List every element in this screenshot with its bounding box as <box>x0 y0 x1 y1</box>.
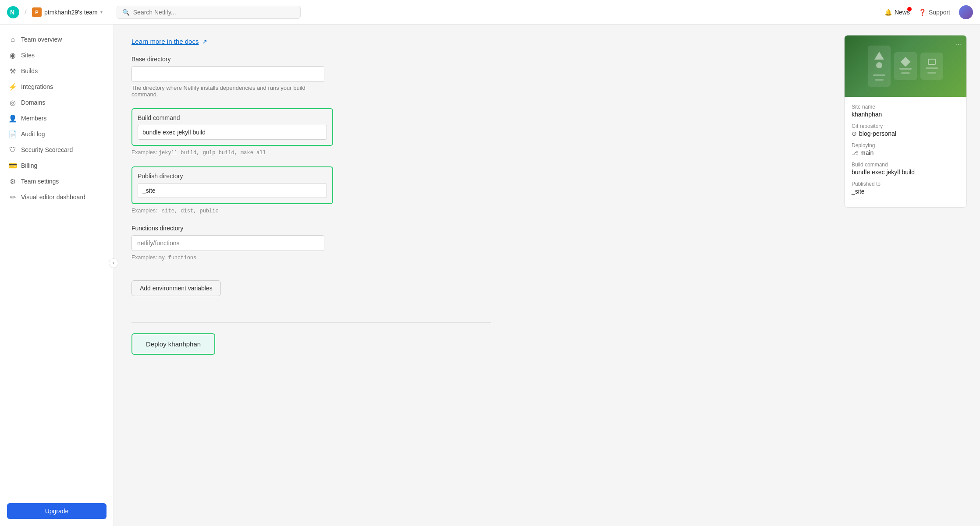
deploying-label: Deploying <box>852 142 959 148</box>
more-options-icon: ⋯ <box>955 40 962 48</box>
line6 <box>927 72 936 74</box>
build-command-section: Build command Examples: jekyll build, gu… <box>131 108 491 156</box>
sidebar-item-team-overview[interactable]: ⌂ Team overview <box>0 32 114 47</box>
home-icon: ⌂ <box>9 35 17 43</box>
build-command-hint-prefix: Examples: <box>131 149 157 155</box>
line2 <box>875 79 884 81</box>
sidebar-item-team-settings[interactable]: ⚙ Team settings <box>0 173 114 189</box>
sidebar-label-domains: Domains <box>21 99 45 106</box>
hammer-icon: ⚒ <box>9 67 17 75</box>
audit-icon: 📄 <box>9 130 17 138</box>
learn-more-link[interactable]: Learn more in the docs <box>131 38 199 45</box>
base-directory-input[interactable] <box>131 66 324 82</box>
build-command-row: Build command bundle exec jekyll build <box>852 162 959 176</box>
search-bar: 🔍 <box>117 6 301 19</box>
publish-directory-section: Publish directory Examples: _site, dist,… <box>131 166 491 214</box>
build-command-info-value: bundle exec jekyll build <box>852 169 959 176</box>
build-command-hint-examples: jekyll build, gulp build, make all <box>159 150 266 156</box>
sidebar: ⌂ Team overview ◉ Sites ⚒ Builds ⚡ Integ… <box>0 25 114 526</box>
site-name-value: khanhphan <box>852 111 959 118</box>
sidebar-label-members: Members <box>21 115 46 122</box>
sidebar-collapse-button[interactable]: ‹ <box>109 258 118 268</box>
published-to-value: _site <box>852 188 959 195</box>
sidebar-item-security-scorecard[interactable]: 🛡 Security Scorecard <box>0 142 114 158</box>
build-command-info-label: Build command <box>852 162 959 168</box>
publish-directory-input[interactable] <box>138 183 327 198</box>
sidebar-item-domains[interactable]: ◎ Domains <box>0 95 114 110</box>
build-command-hint: Examples: jekyll build, gulp build, make… <box>131 149 491 156</box>
line5 <box>926 67 938 69</box>
members-icon: 👤 <box>9 114 17 122</box>
chevron-down-icon: ▾ <box>100 10 103 14</box>
navbar: N / P ptmkhanh29's team ▾ 🔍 🔔 News ❓ Sup… <box>0 0 980 25</box>
sidebar-label-team-settings: Team settings <box>21 178 59 185</box>
git-repo-value: ⊙ blog-personal <box>852 130 959 137</box>
line4 <box>901 72 910 74</box>
nav-slash: / <box>25 7 27 17</box>
page-layout: ⌂ Team overview ◉ Sites ⚒ Builds ⚡ Integ… <box>0 25 980 526</box>
bell-icon: 🔔 <box>884 9 892 16</box>
bolt-icon: ⚡ <box>9 83 17 91</box>
git-repo-row: Git repository ⊙ blog-personal <box>852 123 959 137</box>
functions-hint-examples: my_functions <box>159 255 196 261</box>
git-repo-label: Git repository <box>852 123 959 129</box>
netlify-logo-icon: N <box>7 6 19 18</box>
site-info-panel: ⋯ Site name khanhphan Git repository ⊙ b… <box>844 35 967 208</box>
build-command-box: Build command <box>131 108 333 146</box>
pencil-icon: ✏ <box>9 193 17 201</box>
functions-directory-input[interactable] <box>131 235 324 251</box>
circle-shape <box>876 62 882 68</box>
sidebar-label-security-scorecard: Security Scorecard <box>21 146 73 153</box>
sidebar-label-integrations: Integrations <box>21 83 53 90</box>
user-avatar[interactable] <box>959 5 973 19</box>
base-directory-section: Base directory The directory where Netli… <box>131 56 491 98</box>
sidebar-item-sites[interactable]: ◉ Sites <box>0 47 114 63</box>
site-card-image: ⋯ <box>845 35 966 97</box>
upgrade-button[interactable]: Upgrade <box>7 503 107 519</box>
support-label: Support <box>929 9 950 16</box>
domain-icon: ◎ <box>9 99 17 106</box>
site-card: ⋯ Site name khanhphan Git repository ⊙ b… <box>844 35 967 208</box>
link-arrow-icon: ↗ <box>202 38 207 45</box>
team-badge: P <box>32 7 42 17</box>
news-badge <box>907 7 912 11</box>
sidebar-label-team-overview: Team overview <box>21 36 62 43</box>
sidebar-label-sites: Sites <box>21 52 35 59</box>
navbar-logo: N <box>7 6 19 18</box>
build-command-label: Build command <box>138 114 327 121</box>
svg-text:N: N <box>10 9 14 16</box>
publish-directory-hint: Examples: _site, dist, public <box>131 208 491 214</box>
deploy-button-wrapper: Deploy khanhphan <box>131 333 215 355</box>
deploy-button[interactable]: Deploy khanhphan <box>134 335 213 353</box>
sidebar-label-builds: Builds <box>21 67 38 74</box>
site-card-body: Site name khanhphan Git repository ⊙ blo… <box>845 97 966 207</box>
base-directory-hint: The directory where Netlify installs dep… <box>131 85 324 98</box>
sidebar-item-integrations[interactable]: ⚡ Integrations <box>0 79 114 95</box>
diamond-shape <box>901 57 911 67</box>
sidebar-item-builds[interactable]: ⚒ Builds <box>0 63 114 79</box>
build-command-input[interactable] <box>138 125 327 140</box>
sidebar-label-audit-log: Audit log <box>21 131 45 138</box>
news-button[interactable]: 🔔 News <box>884 9 910 16</box>
publish-directory-label: Publish directory <box>138 173 327 180</box>
add-env-variables-button[interactable]: Add environment variables <box>131 280 221 296</box>
search-input[interactable] <box>133 9 295 16</box>
sidebar-item-members[interactable]: 👤 Members <box>0 110 114 126</box>
sidebar-item-billing[interactable]: 💳 Billing <box>0 158 114 173</box>
support-button[interactable]: ❓ Support <box>919 9 950 16</box>
site-name-row: Site name khanhphan <box>852 104 959 118</box>
line3 <box>899 68 912 70</box>
settings-icon: ⚙ <box>9 177 17 185</box>
sidebar-item-audit-log[interactable]: 📄 Audit log <box>0 126 114 142</box>
question-icon: ❓ <box>919 9 926 16</box>
publish-hint-examples: _site, dist, public <box>159 208 219 214</box>
functions-directory-section: Functions directory Examples: my_functio… <box>131 225 491 261</box>
github-icon: ⊙ <box>852 130 857 137</box>
line1 <box>873 74 885 76</box>
deploying-value: ⎇ main <box>852 149 959 156</box>
functions-hint: Examples: my_functions <box>131 254 491 261</box>
billing-icon: 💳 <box>9 162 17 169</box>
team-selector[interactable]: P ptmkhanh29's team ▾ <box>32 7 103 17</box>
branch-icon: ⎇ <box>852 150 858 156</box>
sidebar-item-visual-editor[interactable]: ✏ Visual editor dashboard <box>0 189 114 205</box>
